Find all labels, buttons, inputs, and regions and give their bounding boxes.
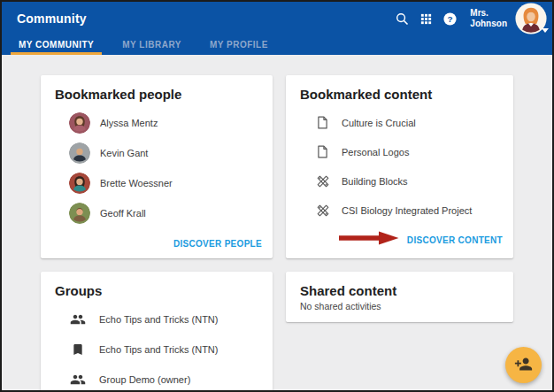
bookmark-icon	[69, 342, 86, 358]
person-name: Brette Woessner	[100, 178, 173, 188]
account-menu[interactable]: Mrs. Johnson	[470, 3, 547, 35]
group-icon	[69, 372, 86, 388]
user-name: Mrs. Johnson	[470, 8, 507, 30]
tab-my-community[interactable]: MY COMMUNITY	[11, 35, 102, 55]
person-row[interactable]: Kevin Gant	[41, 138, 273, 168]
page-title: Community	[17, 12, 87, 26]
content-item-row[interactable]: Building Blocks	[286, 167, 513, 196]
empty-state-text: No shared activities	[286, 301, 513, 322]
red-arrow-annotation	[339, 231, 399, 249]
group-row[interactable]: Echo Tips and Tricks (NTN)	[41, 304, 273, 334]
apps-button[interactable]	[415, 8, 436, 29]
group-name: Echo Tips and Tricks (NTN)	[99, 344, 218, 355]
apps-grid-icon	[419, 12, 433, 26]
svg-text:?: ?	[447, 14, 452, 24]
content-area: Bookmarked people Alyssa Mentz Kevin Gan…	[2, 55, 552, 392]
group-name: Echo Tips and Tricks (NTN)	[99, 314, 218, 325]
document-icon	[314, 114, 331, 131]
header-actions: ? Mrs. Johnson	[391, 3, 547, 35]
groups-card: Groups Echo Tips and Tricks (NTN) Echo T…	[41, 272, 273, 392]
card-title: Bookmarked content	[286, 75, 513, 108]
content-item-label: Culture is Crucial	[342, 118, 416, 128]
card-title: Bookmarked people	[41, 75, 273, 108]
content-item-label: Personal Logos	[342, 147, 409, 158]
person-name: Alyssa Mentz	[100, 118, 158, 128]
person-avatar	[69, 173, 90, 194]
help-button[interactable]: ?	[439, 8, 460, 29]
person-row[interactable]: Brette Woessner	[41, 168, 273, 198]
card-title: Groups	[41, 272, 273, 304]
add-group-fab[interactable]	[505, 347, 542, 383]
user-avatar	[515, 3, 547, 35]
content-item-row[interactable]: Culture is Crucial	[286, 108, 513, 137]
card-title: Shared content	[286, 272, 513, 301]
group-name: Group Demo (owner)	[99, 374, 190, 385]
design-tools-icon	[314, 203, 331, 219]
content-item-row[interactable]: CSI Biology Integrated Project	[286, 196, 513, 226]
person-avatar	[69, 142, 90, 164]
tab-my-library[interactable]: MY LIBRARY	[114, 35, 189, 55]
person-avatar	[69, 112, 90, 134]
shared-content-card: Shared content No shared activities	[286, 272, 513, 322]
bookmarked-people-card: Bookmarked people Alyssa Mentz Kevin Gan…	[41, 75, 273, 258]
chevron-down-icon	[542, 28, 549, 33]
help-icon: ?	[442, 12, 458, 27]
tab-bar: MY COMMUNITY MY LIBRARY MY PROFILE	[2, 35, 552, 55]
design-tools-icon	[314, 173, 331, 190]
person-name: Kevin Gant	[100, 148, 148, 158]
app-header: Community ?	[2, 2, 552, 35]
person-name: Geoff Krall	[100, 208, 146, 219]
group-row[interactable]: Echo Tips and Tricks (NTN)	[41, 334, 273, 365]
person-add-icon	[514, 355, 533, 376]
person-row[interactable]: Alyssa Mentz	[41, 108, 273, 138]
bookmarked-content-card: Bookmarked content Culture is Crucial Pe…	[286, 75, 513, 258]
app-window: Community ?	[0, 0, 554, 392]
search-icon	[395, 12, 410, 27]
content-item-label: CSI Biology Integrated Project	[342, 205, 472, 216]
tab-my-profile[interactable]: MY PROFILE	[202, 35, 276, 55]
discover-content-link[interactable]: DISCOVER CONTENT	[407, 235, 503, 245]
document-icon	[314, 143, 331, 160]
content-item-label: Building Blocks	[342, 176, 408, 187]
search-button[interactable]	[391, 8, 412, 29]
person-row[interactable]: Geoff Krall	[41, 198, 273, 228]
group-icon	[69, 311, 86, 328]
group-row[interactable]: Group Demo (owner)	[41, 365, 273, 392]
discover-people-link[interactable]: DISCOVER PEOPLE	[173, 239, 262, 249]
content-item-row[interactable]: Personal Logos	[286, 137, 513, 166]
person-avatar	[69, 203, 90, 224]
